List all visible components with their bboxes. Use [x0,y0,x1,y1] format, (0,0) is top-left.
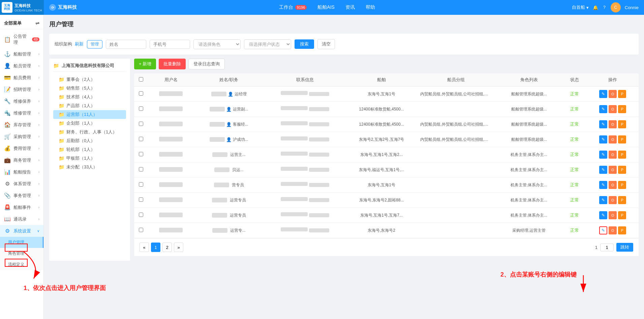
pass-btn-3[interactable]: P [618,135,626,143]
detail-btn-2[interactable]: ⊙ [609,120,617,128]
row-checkbox-6[interactable] [139,182,143,187]
refresh-label[interactable]: 刷新 [75,41,84,47]
pass-btn-6[interactable]: P [618,181,626,189]
sidebar-item-liucheng[interactable]: 流程定义 [0,259,43,270]
edit-btn-1[interactable]: ✎ [599,105,607,113]
detail-btn-0[interactable]: ⊙ [609,90,617,98]
row-checkbox-2[interactable] [139,122,143,126]
username-label[interactable]: Connie [625,5,639,10]
tree-item[interactable]: 📁运营部（11人） [53,110,126,119]
nav-news[interactable]: 资讯 [345,4,355,10]
detail-btn-7[interactable]: ⊙ [609,196,617,204]
add-btn[interactable]: + 新增 [134,59,156,69]
row-checkbox-3[interactable] [139,137,143,141]
edit-btn-8[interactable]: ✎ [599,211,607,219]
pass-btn-2[interactable]: P [618,120,626,128]
manage-btn[interactable]: 管理 [87,40,102,49]
detail-btn-5[interactable]: ⊙ [609,166,617,174]
name-input[interactable] [106,40,146,49]
edit-btn-4[interactable]: ✎ [599,151,607,159]
sidebar-item-yonghu[interactable]: 用户管理 [0,237,43,248]
sidebar-item-feiyong[interactable]: 💳 船员费用 › [0,72,43,84]
edit-btn-5[interactable]: ✎ [599,166,607,174]
phone-input[interactable] [150,40,190,49]
pass-btn-7[interactable]: P [618,196,626,204]
detail-btn-8[interactable]: ⊙ [609,211,617,219]
clear-btn[interactable]: 清空 [317,39,335,49]
pass-btn-4[interactable]: P [618,151,626,159]
edit-btn-6[interactable]: ✎ [599,181,607,189]
sidebar-item-gongshi[interactable]: 📋 公告管理 49 [0,31,43,48]
sidebar-item-chuanbo[interactable]: ⚓ 船舶管理 › [0,48,43,60]
page-jump-input[interactable] [600,244,614,251]
row-checkbox-1[interactable] [139,106,143,111]
page-2-btn[interactable]: 2 [162,243,172,252]
sidebar-item-weixiugl[interactable]: 🔩 维修管理 › [0,107,43,119]
nav-help[interactable]: 帮助 [366,4,375,10]
detail-btn-3[interactable]: ⊙ [609,135,617,143]
pass-btn-0[interactable]: P [618,90,626,98]
tree-item[interactable]: 📁轮机部（1人） [53,145,126,154]
tree-item[interactable]: 📁企划部（1人） [53,119,126,128]
select-all-checkbox[interactable] [139,77,143,82]
pass-btn-5[interactable]: P [618,166,626,174]
pass-btn-8[interactable]: P [618,211,626,219]
tree-item[interactable]: 📁产品部（1人） [53,101,126,110]
tree-item[interactable]: 📁后勤部（0人） [53,136,126,145]
row-checkbox-4[interactable] [139,152,143,156]
pass-btn-1[interactable]: P [618,105,626,113]
nav-workbench[interactable]: 工作台 9196 [279,4,307,10]
detail-btn-1[interactable]: ⊙ [609,105,617,113]
sidebar-item-shiwu[interactable]: 📎 事务管理 › [0,190,43,201]
edit-btn-0[interactable]: ✎ [599,90,607,98]
sidebar-item-kucun[interactable]: 🏠 库存管理 › [0,119,43,131]
sidebar-item-caigou[interactable]: 🛒 采购管理 › [0,131,43,142]
row-checkbox-8[interactable] [139,213,143,217]
tree-item[interactable]: 📁董事会（2人） [53,75,126,84]
batch-delete-btn[interactable]: 批量删除 [159,59,186,69]
jump-btn[interactable]: 跳转 [616,243,633,252]
role-select[interactable]: 请选择角色 [193,39,241,49]
tree-item[interactable]: 📁技术部（4人） [53,93,126,101]
edit-btn-7[interactable]: ✎ [599,196,607,204]
bell-btn[interactable]: 🔔 [593,5,598,10]
avatar[interactable]: C [611,2,621,12]
sidebar-item-weixiu[interactable]: 🔧 维修保养 › [0,95,43,107]
tree-item[interactable]: 📁销售部（5人） [53,84,126,93]
sidebar-item-zhaopin[interactable]: 📝 招聘管理 › [0,84,43,95]
nav-brand[interactable]: ⟳ 互海科技 [44,4,82,11]
sidebar-item-shangwu[interactable]: 💼 商务管理 › [0,154,43,166]
sidebar-item-shijian[interactable]: 🚨 船舶事件 › [0,201,43,213]
sidebar-item-juese[interactable]: 角色管理 [0,248,43,259]
sidebar-toggle-icon[interactable]: ⇌ [35,21,39,26]
sidebar-item-baogao[interactable]: 📊 船舶报告 › [0,166,43,178]
detail-btn-9[interactable]: ⊙ [609,226,617,234]
detail-btn-4[interactable]: ⊙ [609,151,617,159]
search-btn[interactable]: 搜索 [295,39,314,49]
pass-btn-9[interactable]: P [618,226,626,234]
prev-page-btn[interactable]: « [140,243,149,252]
sidebar-item-chuanyuan[interactable]: 👤 船员管理 › [0,60,43,72]
edit-btn-3[interactable]: ✎ [599,135,607,143]
row-checkbox-9[interactable] [139,228,143,232]
edit-btn-9[interactable]: ✎ [599,226,607,234]
detail-btn-6[interactable]: ⊙ [609,181,617,189]
sidebar-item-tixi[interactable]: ⚙ 体系管理 › [0,178,43,190]
help-btn[interactable]: ？ [602,4,607,10]
my-ship-btn[interactable]: 自首船 ▾ [572,4,589,10]
next-page-btn[interactable]: » [174,243,183,252]
row-checkbox-5[interactable] [139,167,143,171]
edit-btn-2[interactable]: ✎ [599,120,607,128]
row-checkbox-0[interactable] [139,91,143,96]
sidebar-item-feiyongl[interactable]: 💰 费用管理 › [0,142,43,154]
tree-item[interactable]: 📁财务、行政、人事（1人） [53,128,126,136]
tree-item[interactable]: 📁未分配（33人） [53,163,126,171]
nav-ship-ais[interactable]: 船舶AIS [317,4,335,10]
status-select[interactable]: 筛选择用户状态 [244,39,291,49]
sidebar-item-xitong[interactable]: ⚙ 系统设置 ∨ [0,225,43,237]
log-btn[interactable]: 登录日志查询 [188,59,225,69]
tree-item[interactable]: 📁甲板部（1人） [53,154,126,163]
row-checkbox-7[interactable] [139,197,143,202]
sidebar-item-tongxun[interactable]: 📖 通讯录 › [0,213,43,225]
page-1-btn[interactable]: 1 [151,243,160,252]
